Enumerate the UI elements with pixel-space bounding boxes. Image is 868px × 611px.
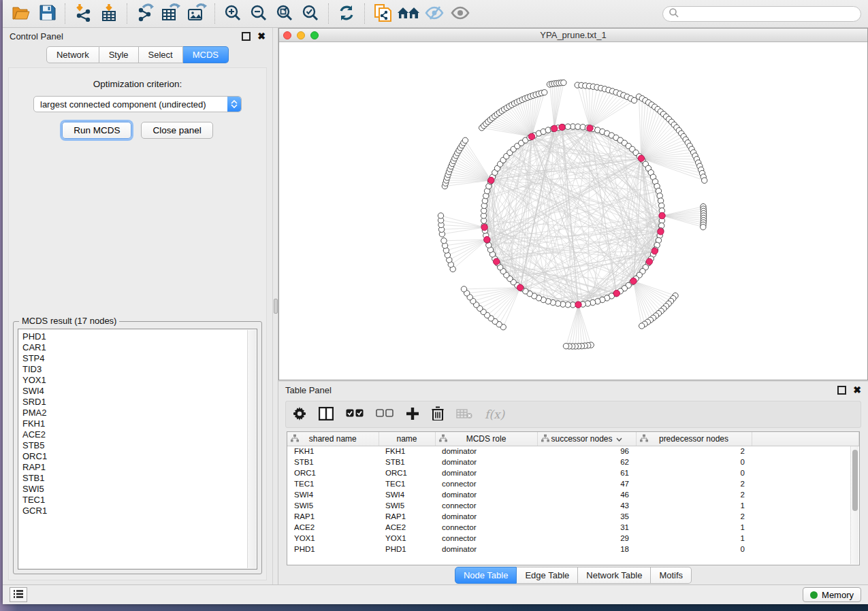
column-header[interactable]: successor nodes	[537, 432, 636, 446]
tab-network-table[interactable]: Network Table	[578, 567, 651, 584]
log-console-button[interactable]	[10, 587, 27, 602]
table-cell[interactable]: ORC1	[379, 467, 435, 478]
table-scrollbar-thumb[interactable]	[852, 450, 858, 511]
table-cell[interactable]: 62	[537, 457, 636, 467]
network-window-titlebar[interactable]: YPA_prune.txt_1	[279, 29, 867, 42]
tab-network[interactable]: Network	[46, 46, 99, 63]
table-cell[interactable]: connector	[435, 500, 537, 511]
table-cell[interactable]: SWI4	[287, 489, 379, 500]
table-cell[interactable]: 2	[636, 478, 752, 489]
table-body[interactable]: FKH1FKH1dominator962STB1STB1dominator620…	[287, 446, 859, 555]
table-cell[interactable]: 1	[636, 500, 752, 511]
column-header[interactable]: name	[379, 432, 435, 446]
mcds-result-item[interactable]: PMA2	[22, 408, 257, 418]
table-cell[interactable]: YOX1	[287, 533, 379, 544]
delete-column-button[interactable]	[432, 406, 444, 423]
table-row[interactable]: YOX1YOX1connector291	[287, 533, 859, 544]
split-columns-button[interactable]	[319, 407, 334, 423]
control-panel-close-icon[interactable]: ✖	[257, 32, 266, 41]
table-cell[interactable]: ORC1	[287, 467, 379, 478]
table-cell[interactable]: dominator	[435, 467, 537, 478]
table-cell[interactable]: 0	[636, 457, 752, 467]
table-cell[interactable]: dominator	[435, 489, 537, 500]
export-table-button[interactable]	[159, 2, 182, 25]
zoom-in-button[interactable]	[221, 2, 244, 25]
import-table-button[interactable]	[97, 2, 120, 25]
criterion-dropdown[interactable]: largest connected component (undirected)	[33, 96, 242, 112]
open-file-button[interactable]	[10, 2, 33, 25]
control-panel-float-button[interactable]	[242, 32, 251, 41]
table-panel-close-icon[interactable]: ✖	[853, 386, 861, 395]
zoom-out-button[interactable]	[247, 2, 270, 25]
table-cell[interactable]: 96	[537, 446, 636, 457]
table-cell[interactable]: SWI5	[287, 500, 379, 511]
table-cell[interactable]: connector	[435, 478, 537, 489]
duplicate-network-button[interactable]	[371, 2, 394, 25]
mcds-result-item[interactable]: ACE2	[22, 429, 257, 440]
table-cell[interactable]: 35	[537, 511, 636, 522]
table-cell[interactable]: ACE2	[379, 522, 435, 533]
window-zoom-icon[interactable]	[310, 31, 319, 39]
mcds-result-item[interactable]: PHD1	[22, 331, 257, 342]
column-header[interactable]: MCDS role	[435, 432, 537, 446]
show-all-button[interactable]	[449, 2, 472, 25]
mcds-result-item[interactable]: TEC1	[22, 495, 257, 506]
table-scrollbar[interactable]	[850, 446, 858, 564]
table-cell[interactable]: 0	[636, 544, 752, 555]
table-cell[interactable]: STB1	[379, 457, 435, 467]
select-all-button[interactable]	[346, 409, 364, 420]
table-cell[interactable]: TEC1	[379, 478, 435, 489]
network-graph[interactable]	[279, 42, 867, 380]
export-image-button[interactable]	[185, 2, 208, 25]
tab-select[interactable]: Select	[139, 46, 183, 63]
table-cell[interactable]: PHD1	[379, 544, 435, 555]
table-cell[interactable]: 47	[537, 478, 636, 489]
table-cell[interactable]: ACE2	[287, 522, 379, 533]
table-cell[interactable]: dominator	[435, 511, 537, 522]
table-cell[interactable]: 31	[537, 522, 636, 533]
table-cell[interactable]: PHD1	[287, 544, 379, 555]
first-neighbors-button[interactable]	[397, 2, 420, 25]
table-row[interactable]: ACE2ACE2connector311	[287, 522, 859, 533]
mcds-result-item[interactable]: TID3	[22, 364, 257, 375]
zoom-fit-button[interactable]	[273, 2, 296, 25]
refresh-button[interactable]	[335, 2, 358, 25]
mcds-result-item[interactable]: SWI5	[22, 484, 257, 495]
column-header[interactable]: shared name	[287, 432, 379, 446]
tab-style[interactable]: Style	[99, 46, 139, 63]
table-cell[interactable]: YOX1	[379, 533, 435, 544]
table-cell[interactable]: dominator	[435, 446, 537, 457]
table-panel-float-button[interactable]	[837, 386, 846, 395]
network-canvas[interactable]	[279, 42, 867, 380]
column-header[interactable]: predecessor nodes	[636, 432, 752, 446]
save-session-button[interactable]	[35, 2, 59, 25]
tab-edge-table[interactable]: Edge Table	[517, 567, 578, 584]
table-cell[interactable]: 61	[537, 467, 636, 478]
mcds-result-item[interactable]: ORC1	[22, 451, 257, 462]
table-row[interactable]: ORC1ORC1dominator610	[287, 467, 859, 478]
tab-mcds[interactable]: MCDS	[183, 46, 229, 63]
table-cell[interactable]: 18	[537, 544, 636, 555]
table-cell[interactable]: 46	[537, 489, 636, 500]
splitter-grip[interactable]	[274, 299, 278, 314]
table-cell[interactable]: FKH1	[379, 446, 435, 457]
mcds-result-item[interactable]: RAP1	[22, 462, 257, 473]
mcds-result-item[interactable]: FKH1	[22, 418, 257, 429]
table-cell[interactable]: 43	[537, 500, 636, 511]
mcds-result-item[interactable]: STB5	[22, 440, 257, 451]
table-cell[interactable]: dominator	[435, 457, 537, 467]
table-row[interactable]: FKH1FKH1dominator962	[287, 446, 859, 457]
mcds-result-list[interactable]: PHD1CAR1STP4TID3YOX1SWI4SRD1PMA2FKH1ACE2…	[18, 329, 257, 569]
tab-node-table[interactable]: Node Table	[455, 567, 517, 584]
export-network-button[interactable]	[133, 2, 157, 25]
table-row[interactable]: RAP1RAP1dominator352	[287, 511, 859, 522]
table-cell[interactable]: 2	[636, 446, 752, 457]
table-cell[interactable]: connector	[435, 533, 537, 544]
table-cell[interactable]: 0	[636, 467, 752, 478]
mcds-result-item[interactable]: STB1	[22, 473, 257, 484]
search-box[interactable]	[662, 6, 861, 22]
table-header-row[interactable]: shared namenameMCDS rolesuccessor nodesp…	[287, 432, 859, 446]
table-row[interactable]: TEC1TEC1connector472	[287, 478, 859, 489]
hide-selected-button[interactable]	[423, 2, 446, 25]
table-row[interactable]: PHD1PHD1dominator180	[287, 544, 859, 555]
